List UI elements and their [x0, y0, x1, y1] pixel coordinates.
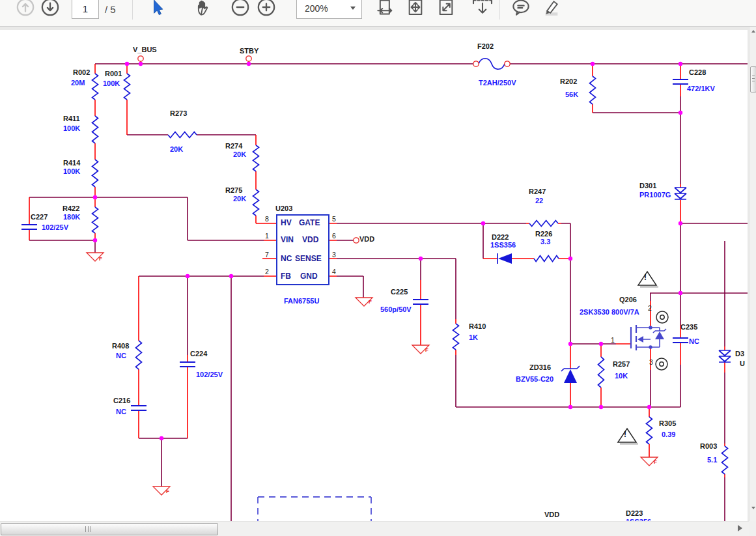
actual-size-icon	[437, 0, 455, 16]
previous-page-button[interactable]	[16, 0, 35, 16]
hand-tool-icon	[195, 0, 213, 16]
zoom-level-select[interactable]: 200%	[296, 0, 362, 19]
select-tool-icon	[147, 0, 165, 16]
previous-page-icon	[16, 0, 35, 16]
fit-width-icon	[376, 0, 395, 16]
horizontal-scrollbar[interactable]	[0, 521, 749, 536]
pdf-viewer-window: / 5 200%	[0, 0, 756, 536]
zoom-level-value: 200%	[305, 3, 328, 14]
zoom-out-button[interactable]	[231, 0, 249, 16]
fit-page-button[interactable]	[406, 0, 425, 16]
scroll-down-icon[interactable]	[751, 507, 755, 509]
select-tool-button[interactable]	[147, 0, 165, 16]
vertical-scrollbar-thumb[interactable]	[750, 66, 756, 92]
toolbar: / 5 200%	[0, 0, 756, 27]
actual-size-button[interactable]	[437, 0, 455, 16]
zoom-in-icon	[257, 0, 275, 16]
chevron-down-icon	[350, 7, 356, 10]
highlight-icon	[539, 0, 564, 16]
zoom-in-button[interactable]	[257, 0, 275, 16]
fit-page-icon	[406, 0, 425, 16]
document-page[interactable]	[0, 30, 748, 521]
hand-tool-button[interactable]	[195, 0, 213, 16]
toolbar-divider	[499, 0, 500, 20]
fit-width-button[interactable]	[376, 0, 395, 16]
zoom-out-icon	[231, 0, 249, 16]
toolbar-divider	[132, 0, 133, 20]
scroll-right-icon[interactable]	[738, 525, 742, 531]
reverse-view-icon	[470, 0, 495, 16]
comment-button[interactable]	[512, 0, 530, 16]
next-page-icon	[41, 0, 59, 16]
horizontal-scrollbar-thumb[interactable]	[1, 523, 218, 535]
next-page-button[interactable]	[41, 0, 59, 16]
vertical-scrollbar[interactable]	[749, 26, 756, 521]
page-count-label: / 5	[105, 4, 116, 15]
reverse-view-button[interactable]	[470, 0, 495, 16]
scroll-up-icon[interactable]	[751, 30, 755, 33]
highlight-button[interactable]	[539, 0, 564, 16]
comment-icon	[512, 0, 530, 16]
page-number-input[interactable]	[72, 0, 99, 19]
scrollbar-corner	[749, 521, 756, 536]
